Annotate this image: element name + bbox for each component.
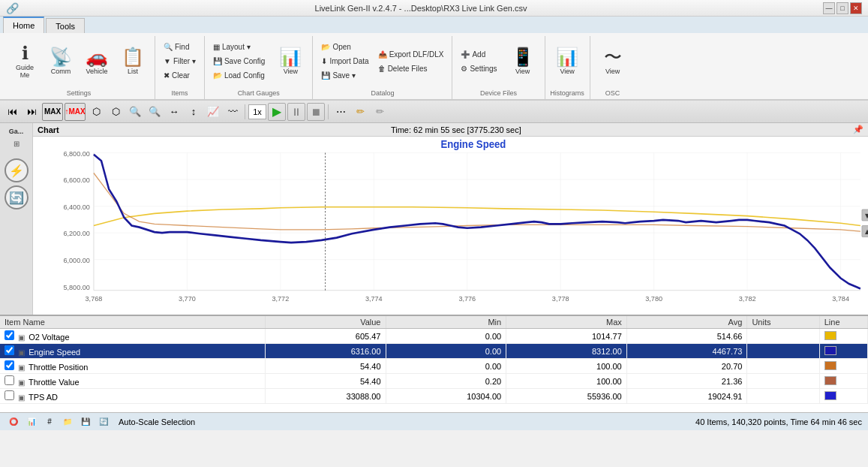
guide-me-button[interactable]: ℹ GuideMe [8,38,42,85]
status-btn-5[interactable]: 💾 [78,414,93,429]
status-btn-1[interactable]: ⭕ [6,414,21,429]
gauge-panel-pin[interactable]: ⊞ [14,140,20,148]
load-config-button[interactable]: 📂 Load Config [209,69,269,83]
row-checkbox[interactable] [5,360,14,370]
tool-b2[interactable]: ⬡ [107,103,125,121]
minimize-button[interactable]: — [823,2,835,14]
col-line[interactable]: Line [819,316,867,329]
svg-text:3,776: 3,776 [458,294,476,302]
close-button[interactable]: ✕ [850,2,862,14]
tool-pencil2[interactable]: ✏ [371,103,389,121]
list-button[interactable]: 📋 List [116,38,150,85]
table-row[interactable]: ▣ Throttle Value 54.40 0.20 100.00 21.36 [0,374,868,389]
col-max[interactable]: Max [506,316,627,329]
filter-button[interactable]: ▼ Filter ▾ [160,55,200,68]
cell-max: 55936.00 [506,389,627,404]
device-view-label: View [515,68,530,75]
ribbon-tab-bar: Home Tools [0,17,868,33]
col-item-name[interactable]: Item Name [0,316,265,329]
pause-button[interactable]: ⏸ [287,103,305,121]
osc-view-button[interactable]: 〜 View [596,38,630,85]
cell-min: 0.00 [386,344,506,359]
comm-button[interactable]: 📡 Comm [44,38,78,85]
status-btn-4[interactable]: 📁 [60,414,75,429]
tool-b1[interactable]: ⬡ [87,103,105,121]
col-min[interactable]: Min [386,316,506,329]
table-row[interactable]: ▣ Throttle Position 54.40 0.00 100.00 20… [0,359,868,374]
delete-label: Delete Files [388,65,428,73]
tool-zoom-out[interactable]: 🔍 [126,103,144,121]
tab-home[interactable]: Home [3,17,44,33]
import-label: Import Data [329,57,368,65]
table-row[interactable]: ▣ O2 Voltage 605.47 0.00 1014.77 514.66 [0,329,868,344]
chart-header-label: Chart [38,125,59,134]
import-data-button[interactable]: ⬇ Import Data [317,55,372,68]
add-button[interactable]: ➕ Add [457,47,500,61]
gauge-2[interactable]: 🔄 [5,185,29,209]
tool-max-button[interactable]: MAX [42,103,63,121]
col-avg[interactable]: Avg [626,316,747,329]
row-checkbox[interactable] [5,390,14,400]
layout-label: Layout ▾ [222,43,251,51]
tool-fit-v[interactable]: ↕ [185,103,203,121]
histogram-group-label: Histograms [550,89,584,99]
status-btn-3[interactable]: # [42,414,57,429]
stop-button[interactable]: ⏹ [307,103,325,121]
row-checkbox[interactable] [5,345,14,355]
cell-avg: 19024.91 [626,389,747,404]
play-button[interactable]: ▶ [268,103,286,121]
datalog-group-label: Datalog [371,89,394,99]
list-label: List [128,68,138,75]
chart-container[interactable]: 6,800.00 6,600.00 6,400.00 6,200.00 6,00… [33,137,868,315]
gauge-1[interactable]: ⚡ [5,158,29,182]
data-table: Item Name Value Min Max Avg Units Line ▣… [0,316,868,404]
col-value[interactable]: Value [265,316,386,329]
tool-fit-h[interactable]: ↔ [165,103,183,121]
delete-files-button[interactable]: 🗑 Delete Files [374,62,448,75]
export-button[interactable]: 📤 Export DLF/DLX [374,47,448,61]
tool-pencil1[interactable]: ✏ [351,103,369,121]
guide-label: GuideMe [16,64,34,79]
tool-next-button[interactable]: ⏭ [23,103,41,121]
status-btn-6[interactable]: 🔄 [96,414,111,429]
table-row[interactable]: ▣ Engine Speed 6316.00 0.00 8312.00 4467… [0,344,868,359]
save-config-button[interactable]: 💾 Save Config [209,55,269,68]
playback-speed: 1x [248,104,266,119]
row-checkbox[interactable] [5,375,14,385]
tool-max2-button[interactable]: ↑MAX [65,103,86,121]
col-units[interactable]: Units [747,316,819,329]
cell-name: ▣ TPS AD [0,389,265,404]
chart-col: ▦ Layout ▾ 💾 Save Config 📂 Load Config [209,41,269,83]
tool-prev-button[interactable]: ⏮ [3,103,21,121]
open-button[interactable]: 📂 Open [317,41,372,54]
main-area: Ga... ⊞ ⚡ 🔄 Chart Time: 62 min 55 sec [3… [0,123,868,315]
maximize-button[interactable]: □ [836,2,848,14]
find-button[interactable]: 🔍 Find [160,41,200,54]
table-row[interactable]: ▣ TPS AD 33088.00 10304.00 55936.00 1902… [0,389,868,404]
vehicle-button[interactable]: 🚗 Vehicle [80,38,114,85]
item-name-label: Engine Speed [29,348,80,357]
chart-group-label: Chart Gauges [238,89,280,99]
tool-zoom-in[interactable]: 🔍 [146,103,164,121]
items-group-label: Items [171,89,188,99]
row-checkbox[interactable] [5,330,14,340]
view-chart-button[interactable]: 📊 View [273,38,308,85]
tool-b3[interactable]: 📈 [204,103,222,121]
chart-pin[interactable]: 📌 [853,125,863,134]
save-config-icon: 💾 [213,57,222,65]
save-button[interactable]: 💾 Save ▾ [317,69,372,83]
status-btn-2[interactable]: 📊 [24,414,39,429]
clear-button[interactable]: ✖ Clear [160,69,200,83]
tool-b5[interactable]: ⋯ [332,103,350,121]
device-settings-button[interactable]: ⚙ Settings [457,62,500,75]
device-view-button[interactable]: 📱 View [506,38,540,85]
cell-value: 54.40 [265,359,386,374]
line-color-box [824,346,836,355]
toolbar: ⏮ ⏭ MAX ↑MAX ⬡ ⬡ 🔍 🔍 ↔ ↕ 📈 〰 1x ▶ ⏸ ⏹ ⋯ … [0,101,868,123]
histogram-view-button[interactable]: 📊 View [550,38,584,85]
layout-button[interactable]: ▦ Layout ▾ [209,41,269,54]
tool-b4[interactable]: 〰 [224,103,242,121]
cell-value: 54.40 [265,374,386,389]
tab-tools[interactable]: Tools [46,18,85,33]
window-controls: — □ ✕ [823,2,862,14]
